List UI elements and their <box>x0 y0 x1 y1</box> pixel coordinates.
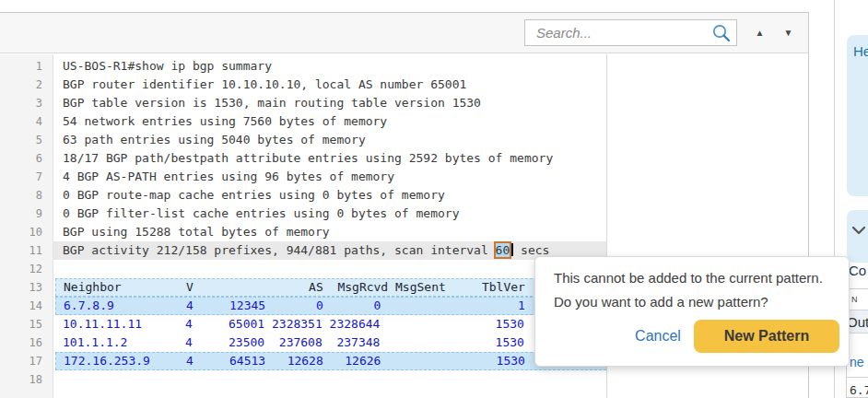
code-line: 18 <box>0 370 808 389</box>
search-next-button[interactable]: ▼ <box>776 21 801 45</box>
line-number: 4 <box>0 112 53 131</box>
line-number: 3 <box>0 94 53 112</box>
dialog-message: This cannot be added to the current patt… <box>554 266 823 314</box>
editor-toolbar: ▲ ▼ <box>0 13 808 53</box>
line-text[interactable]: Neighbor V AS MsgRcvd MsgSent TblVer InQ… <box>55 278 606 297</box>
side-value: 6.7 <box>850 383 868 397</box>
chevron-down-icon <box>850 225 867 236</box>
line-number: 8 <box>0 186 53 205</box>
line-text[interactable]: BGP activity 212/158 prefixes, 944/881 p… <box>53 241 606 260</box>
line-number: 7 <box>0 168 53 186</box>
line-text[interactable]: BGP using 15288 total bytes of memory <box>53 223 606 241</box>
code-line: 10BGP using 15288 total bytes of memory <box>0 223 808 241</box>
line-number: 1 <box>0 57 53 76</box>
line-text[interactable]: 101.1.1.2 4 23500 237608 237348 1530 0 <box>53 334 606 352</box>
code-line: 74 BGP AS-PATH entries using 96 bytes of… <box>0 168 808 186</box>
line-number: 11 <box>0 241 53 260</box>
line-number: 10 <box>0 223 53 241</box>
side-card-collapse[interactable] <box>847 210 868 263</box>
line-text[interactable]: 6.7.8.9 4 12345 0 0 1 0 <box>55 297 606 315</box>
new-pattern-button[interactable]: New Pattern <box>694 320 839 353</box>
line-text[interactable]: 18/17 BGP path/bestpath attribute entrie… <box>53 149 606 168</box>
line-number: 14 <box>0 297 53 315</box>
line-text[interactable]: BGP router identifier 10.10.10.10, local… <box>53 76 606 94</box>
search-box <box>524 19 737 46</box>
code-line: 1US-BOS-R1#show ip bgp summary <box>0 57 808 76</box>
code-line: 618/17 BGP path/bestpath attribute entri… <box>0 149 808 168</box>
code-line: 80 BGP route-map cache entries using 0 b… <box>0 186 808 205</box>
line-number: 2 <box>0 76 53 94</box>
line-text[interactable]: 0 BGP route-map cache entries using 0 by… <box>53 186 606 205</box>
line-number: 12 <box>0 260 53 278</box>
search-previous-button[interactable]: ▲ <box>747 21 772 45</box>
text-cursor <box>511 243 513 256</box>
cancel-button[interactable]: Cancel <box>623 323 693 349</box>
line-text[interactable]: BGP table version is 1530, main routing … <box>53 94 606 112</box>
side-card-help[interactable]: He <box>847 35 868 196</box>
code-line: 2BGP router identifier 10.10.10.10, loca… <box>0 76 808 94</box>
line-number: 18 <box>0 370 53 389</box>
line-number: 16 <box>0 334 53 352</box>
line-text[interactable]: 172.16.253.9 4 64513 12628 12626 1530 0 <box>55 352 606 370</box>
line-text[interactable]: 63 path entries using 5040 bytes of memo… <box>53 131 606 149</box>
line-text[interactable]: 54 network entries using 7560 bytes of m… <box>53 112 606 131</box>
line-text[interactable]: 0 BGP filter-list cache entries using 0 … <box>53 205 606 223</box>
line-number: 6 <box>0 149 53 168</box>
line-number: 17 <box>0 352 53 370</box>
line-number: 5 <box>0 131 53 149</box>
search-icon[interactable] <box>711 23 732 43</box>
line-text[interactable] <box>53 370 606 389</box>
search-input[interactable] <box>525 20 736 45</box>
line-text[interactable]: 4 BGP AS-PATH entries using 96 bytes of … <box>53 168 606 186</box>
side-divider <box>846 377 868 378</box>
line-text[interactable]: 10.11.11.11 4 65001 2328351 2328644 1530… <box>53 315 606 334</box>
line-number: 13 <box>0 278 53 297</box>
code-line: 454 network entries using 7560 bytes of … <box>0 112 808 131</box>
side-mini-label: N <box>851 295 858 304</box>
code-line: 3BGP table version is 1530, main routing… <box>0 94 808 112</box>
line-number: 15 <box>0 315 53 334</box>
new-pattern-dialog: This cannot be added to the current patt… <box>534 256 850 367</box>
side-section-label: Co <box>849 263 866 278</box>
line-number: 9 <box>0 205 53 223</box>
line-text[interactable] <box>53 260 606 278</box>
code-line: 90 BGP filter-list cache entries using 0… <box>0 205 808 223</box>
side-link[interactable]: ne <box>850 355 864 369</box>
matched-token[interactable]: 60 <box>496 243 510 257</box>
line-text[interactable]: US-BOS-R1#show ip bgp summary <box>53 57 606 76</box>
code-line: 563 path entries using 5040 bytes of mem… <box>0 131 808 149</box>
dialog-message-line1: This cannot be added to the current patt… <box>554 266 823 290</box>
dialog-message-line2: Do you want to add a new pattern? <box>554 290 823 314</box>
